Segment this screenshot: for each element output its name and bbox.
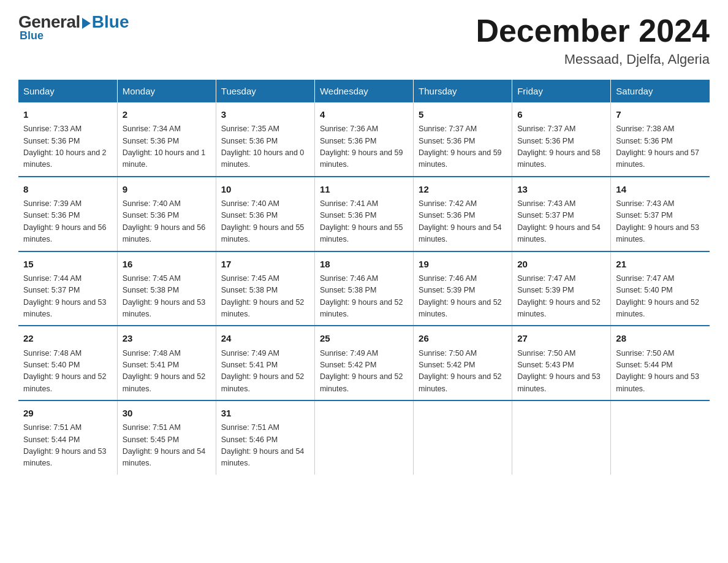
page-header: General Blue Blue December 2024 Messaad,… xyxy=(18,12,710,67)
calendar-cell: 9Sunrise: 7:40 AMSunset: 5:36 PMDaylight… xyxy=(117,177,216,251)
calendar-cell: 11Sunrise: 7:41 AMSunset: 5:36 PMDayligh… xyxy=(314,177,413,251)
week-row-1: 1Sunrise: 7:33 AMSunset: 5:36 PMDaylight… xyxy=(18,102,710,177)
title-section: December 2024 Messaad, Djelfa, Algeria xyxy=(476,12,710,67)
calendar-cell xyxy=(414,400,512,475)
week-row-2: 8Sunrise: 7:39 AMSunset: 5:36 PMDaylight… xyxy=(18,177,710,251)
calendar-cell: 5Sunrise: 7:37 AMSunset: 5:36 PMDaylight… xyxy=(414,102,512,177)
day-number: 13 xyxy=(517,182,605,196)
day-number: 12 xyxy=(419,182,507,196)
day-number: 16 xyxy=(123,257,211,271)
calendar-cell: 20Sunrise: 7:47 AMSunset: 5:39 PMDayligh… xyxy=(512,251,611,326)
calendar-cell: 22Sunrise: 7:48 AMSunset: 5:40 PMDayligh… xyxy=(18,326,117,400)
header-monday: Monday xyxy=(117,80,216,102)
logo-bottom-text: Blue xyxy=(18,29,44,42)
calendar-cell: 29Sunrise: 7:51 AMSunset: 5:44 PMDayligh… xyxy=(18,400,117,475)
day-number: 6 xyxy=(517,107,605,121)
day-number: 19 xyxy=(419,257,507,271)
day-number: 29 xyxy=(23,406,112,420)
logo-triangle-icon xyxy=(82,18,91,29)
day-number: 17 xyxy=(221,257,309,271)
day-number: 5 xyxy=(419,107,507,121)
calendar-cell: 28Sunrise: 7:50 AMSunset: 5:44 PMDayligh… xyxy=(611,326,710,400)
header-friday: Friday xyxy=(512,80,611,102)
calendar-cell xyxy=(314,400,413,475)
day-number: 26 xyxy=(419,331,507,345)
calendar-cell: 10Sunrise: 7:40 AMSunset: 5:36 PMDayligh… xyxy=(216,177,314,251)
day-number: 9 xyxy=(123,182,211,196)
calendar-cell: 23Sunrise: 7:48 AMSunset: 5:41 PMDayligh… xyxy=(117,326,216,400)
header-wednesday: Wednesday xyxy=(314,80,413,102)
logo-blue-text: Blue xyxy=(92,12,129,32)
week-row-3: 15Sunrise: 7:44 AMSunset: 5:37 PMDayligh… xyxy=(18,251,710,326)
day-number: 3 xyxy=(221,107,309,121)
day-number: 28 xyxy=(616,331,705,345)
header-tuesday: Tuesday xyxy=(216,80,314,102)
day-number: 11 xyxy=(320,182,408,196)
day-number: 23 xyxy=(123,331,211,345)
calendar-cell: 15Sunrise: 7:44 AMSunset: 5:37 PMDayligh… xyxy=(18,251,117,326)
day-number: 8 xyxy=(23,182,112,196)
calendar-cell: 12Sunrise: 7:42 AMSunset: 5:36 PMDayligh… xyxy=(414,177,512,251)
day-number: 4 xyxy=(320,107,408,121)
header-saturday: Saturday xyxy=(611,80,710,102)
month-title: December 2024 xyxy=(476,12,710,49)
calendar-cell: 1Sunrise: 7:33 AMSunset: 5:36 PMDaylight… xyxy=(18,102,117,177)
day-number: 15 xyxy=(23,257,112,271)
calendar-cell: 25Sunrise: 7:49 AMSunset: 5:42 PMDayligh… xyxy=(314,326,413,400)
calendar-cell: 4Sunrise: 7:36 AMSunset: 5:36 PMDaylight… xyxy=(314,102,413,177)
day-number: 7 xyxy=(616,107,705,121)
location-text: Messaad, Djelfa, Algeria xyxy=(476,52,710,67)
day-number: 31 xyxy=(221,406,309,420)
day-number: 27 xyxy=(517,331,605,345)
day-number: 24 xyxy=(221,331,309,345)
calendar-cell: 31Sunrise: 7:51 AMSunset: 5:46 PMDayligh… xyxy=(216,400,314,475)
logo: General Blue Blue xyxy=(18,12,129,42)
day-number: 22 xyxy=(23,331,112,345)
calendar-cell: 21Sunrise: 7:47 AMSunset: 5:40 PMDayligh… xyxy=(611,251,710,326)
calendar-cell: 30Sunrise: 7:51 AMSunset: 5:45 PMDayligh… xyxy=(117,400,216,475)
day-number: 10 xyxy=(221,182,309,196)
calendar-cell: 24Sunrise: 7:49 AMSunset: 5:41 PMDayligh… xyxy=(216,326,314,400)
calendar-cell xyxy=(512,400,611,475)
calendar-cell xyxy=(611,400,710,475)
day-number: 30 xyxy=(123,406,211,420)
header-sunday: Sunday xyxy=(18,80,117,102)
calendar-table: SundayMondayTuesdayWednesdayThursdayFrid… xyxy=(18,80,710,475)
calendar-cell: 18Sunrise: 7:46 AMSunset: 5:38 PMDayligh… xyxy=(314,251,413,326)
calendar-cell: 7Sunrise: 7:38 AMSunset: 5:36 PMDaylight… xyxy=(611,102,710,177)
day-number: 2 xyxy=(123,107,211,121)
header-thursday: Thursday xyxy=(414,80,512,102)
calendar-cell: 27Sunrise: 7:50 AMSunset: 5:43 PMDayligh… xyxy=(512,326,611,400)
calendar-cell: 26Sunrise: 7:50 AMSunset: 5:42 PMDayligh… xyxy=(414,326,512,400)
header-row: SundayMondayTuesdayWednesdayThursdayFrid… xyxy=(18,80,710,102)
calendar-cell: 8Sunrise: 7:39 AMSunset: 5:36 PMDaylight… xyxy=(18,177,117,251)
day-number: 21 xyxy=(616,257,705,271)
day-number: 1 xyxy=(23,107,112,121)
calendar-cell: 14Sunrise: 7:43 AMSunset: 5:37 PMDayligh… xyxy=(611,177,710,251)
calendar-cell: 6Sunrise: 7:37 AMSunset: 5:36 PMDaylight… xyxy=(512,102,611,177)
calendar-cell: 19Sunrise: 7:46 AMSunset: 5:39 PMDayligh… xyxy=(414,251,512,326)
week-row-5: 29Sunrise: 7:51 AMSunset: 5:44 PMDayligh… xyxy=(18,400,710,475)
week-row-4: 22Sunrise: 7:48 AMSunset: 5:40 PMDayligh… xyxy=(18,326,710,400)
calendar-cell: 3Sunrise: 7:35 AMSunset: 5:36 PMDaylight… xyxy=(216,102,314,177)
calendar-cell: 17Sunrise: 7:45 AMSunset: 5:38 PMDayligh… xyxy=(216,251,314,326)
day-number: 20 xyxy=(517,257,605,271)
calendar-cell: 2Sunrise: 7:34 AMSunset: 5:36 PMDaylight… xyxy=(117,102,216,177)
calendar-cell: 16Sunrise: 7:45 AMSunset: 5:38 PMDayligh… xyxy=(117,251,216,326)
day-number: 18 xyxy=(320,257,408,271)
day-number: 14 xyxy=(616,182,705,196)
calendar-cell: 13Sunrise: 7:43 AMSunset: 5:37 PMDayligh… xyxy=(512,177,611,251)
day-number: 25 xyxy=(320,331,408,345)
